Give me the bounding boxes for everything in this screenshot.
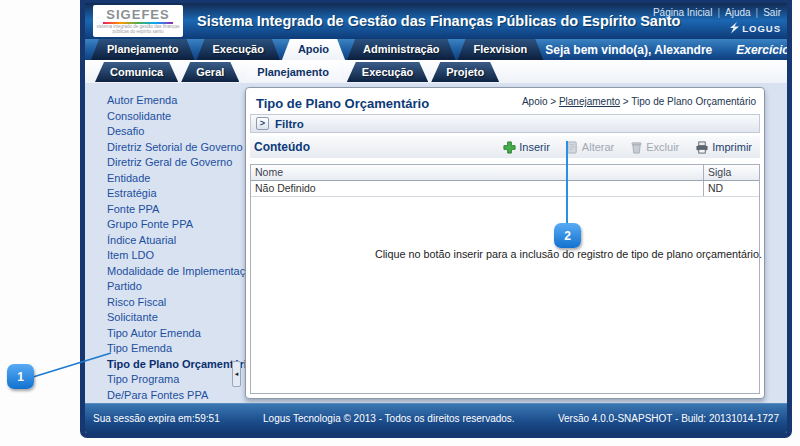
top-links: Página Inicial | Ajuda | Sair — [653, 7, 781, 18]
sidebar-item-partido[interactable]: Partido — [85, 279, 243, 295]
main-nav: Planejamento Execução Apoio Administraçã… — [85, 39, 787, 60]
sidebar-item-estrategia[interactable]: Estratégia — [85, 186, 243, 202]
subtab-geral[interactable]: Geral — [181, 62, 239, 82]
status-bar: Sua sessão expira em:59:51 Logus Tecnolo… — [85, 403, 787, 433]
plus-icon — [503, 141, 516, 154]
table-row[interactable]: Não Definido ND — [251, 181, 759, 197]
sidebar-collapse-handle[interactable]: ◂ — [232, 361, 241, 387]
sub-nav: Comunica Geral Planejamento Execução Pro… — [85, 60, 787, 83]
callout-bubble-1: 1 — [7, 364, 34, 389]
instruction-hint: Clique no botão inserir para a inclusão … — [375, 248, 762, 260]
sigefes-logo: SIGEFES sistema integrado de gestão das … — [93, 5, 183, 37]
breadcrumb-apoio: Apoio — [522, 96, 548, 107]
sidebar-item-indice-atuarial[interactable]: Índice Atuarial — [85, 233, 243, 249]
link-exit[interactable]: Sair — [763, 7, 781, 18]
sigefes-logo-text: SIGEFES — [106, 8, 169, 21]
content-toolbar: Conteúdo Inserir — [250, 136, 760, 158]
insert-button[interactable]: Inserir — [503, 141, 550, 154]
sidebar-item-de-para-fontes-ppa[interactable]: De/Para Fontes PPA — [85, 388, 243, 404]
delete-button[interactable]: Excluir — [630, 141, 679, 154]
page: SIGEFES sistema integrado de gestão das … — [0, 0, 800, 446]
version-info: Versão 4.0.0-SNAPSHOT - Build: 20131014-… — [558, 413, 779, 424]
sidebar-item-entidade[interactable]: Entidade — [85, 171, 243, 187]
callout-bubble-2: 2 — [554, 223, 581, 248]
insert-button-label: Inserir — [519, 141, 550, 153]
print-button-label: Imprimir — [712, 141, 752, 153]
tab-execucao[interactable]: Execução — [197, 39, 280, 60]
subtab-projeto[interactable]: Projeto — [431, 62, 499, 82]
link-separator: | — [756, 7, 759, 18]
exercise-badge: Exercício 2013 — [736, 43, 792, 57]
edit-button[interactable]: Alterar — [566, 141, 614, 154]
edit-button-label: Alterar — [582, 141, 614, 153]
column-header-sigla: Sigla — [703, 165, 759, 180]
link-separator: | — [717, 7, 720, 18]
main-area: Autor Emenda Consolidante Desafio Diretr… — [85, 83, 787, 403]
data-grid: Nome Sigla Não Definido ND — [250, 164, 760, 394]
app-window: SIGEFES sistema integrado de gestão das … — [80, 0, 792, 438]
filter-label: Filtro — [275, 118, 304, 130]
sidebar-item-autor-emenda[interactable]: Autor Emenda — [85, 93, 243, 109]
sidebar-item-fonte-ppa[interactable]: Fonte PPA — [85, 202, 243, 218]
session-expiry: Sua sessão expira em:59:51 — [93, 413, 220, 424]
nav-right: Seja bem vindo(a), Alexandre Exercício 2… — [545, 39, 792, 60]
sidebar-item-tipo-programa[interactable]: Tipo Programa — [85, 372, 243, 388]
sigefes-logo-tagline: sistema integrado de gestão das finanças… — [93, 25, 183, 34]
logus-bolt-icon — [727, 22, 740, 34]
page-title: Tipo de Plano Orçamentário — [256, 96, 429, 111]
content-section-label: Conteúdo — [254, 140, 310, 154]
sidebar-item-item-ldo[interactable]: Item LDO — [85, 248, 243, 264]
grid-header-row: Nome Sigla — [251, 165, 759, 181]
tab-administracao[interactable]: Administração — [347, 39, 455, 60]
header: SIGEFES sistema integrado de gestão das … — [85, 3, 787, 39]
subtab-execucao[interactable]: Execução — [347, 62, 428, 82]
link-help[interactable]: Ajuda — [725, 7, 751, 18]
sidebar-item-diretriz-setorial[interactable]: Diretriz Setorial de Governo — [85, 140, 243, 156]
breadcrumb-separator: > — [550, 96, 556, 107]
sidebar-item-solicitante[interactable]: Solicitante — [85, 310, 243, 326]
printer-icon — [695, 141, 709, 154]
sidebar-item-modalidade-implementacao[interactable]: Modalidade de Implementação — [85, 264, 243, 280]
subtab-comunica[interactable]: Comunica — [95, 62, 178, 82]
sidebar-item-tipo-plano-orcamentario[interactable]: Tipo de Plano Orçamentário — [85, 357, 243, 373]
sidebar-menu: Autor Emenda Consolidante Desafio Diretr… — [85, 83, 243, 403]
breadcrumb-current: Tipo de Plano Orçamentário — [631, 96, 756, 107]
sidebar-item-tipo-autor-emenda[interactable]: Tipo Autor Emenda — [85, 326, 243, 342]
tab-apoio[interactable]: Apoio — [282, 39, 345, 60]
filter-bar[interactable]: > Filtro — [250, 114, 760, 133]
cell-nome: Não Definido — [251, 181, 703, 196]
logus-logo-text: LOGUS — [742, 23, 781, 34]
column-header-nome: Nome — [251, 165, 703, 180]
logus-logo: LOGUS — [727, 22, 781, 34]
delete-button-label: Excluir — [646, 141, 679, 153]
copyright: Logus Tecnologia © 2013 - Todos os direi… — [220, 413, 558, 424]
sidebar-item-diretriz-geral[interactable]: Diretriz Geral de Governo — [85, 155, 243, 171]
edit-page-icon — [566, 141, 579, 154]
tab-flexvision[interactable]: Flexvision — [458, 39, 544, 60]
sidebar-item-consolidante[interactable]: Consolidante — [85, 109, 243, 125]
filter-expander-icon[interactable]: > — [256, 117, 269, 130]
welcome-text: Seja bem vindo(a), Alexandre — [545, 43, 712, 57]
sidebar-item-grupo-fonte-ppa[interactable]: Grupo Fonte PPA — [85, 217, 243, 233]
breadcrumb-separator: > — [623, 96, 629, 107]
breadcrumb-planejamento[interactable]: Planejamento — [559, 96, 620, 107]
content-panel: Tipo de Plano Orçamentário Apoio > Plane… — [245, 87, 765, 399]
subtab-planejamento[interactable]: Planejamento — [242, 62, 344, 82]
app-title: Sistema Integrado de Gestão das Finanças… — [197, 3, 680, 39]
sidebar-item-tipo-emenda[interactable]: Tipo Emenda — [85, 341, 243, 357]
print-button[interactable]: Imprimir — [695, 141, 752, 154]
panel-header: Tipo de Plano Orçamentário Apoio > Plane… — [246, 88, 764, 113]
cell-sigla: ND — [703, 181, 759, 196]
link-home[interactable]: Página Inicial — [653, 7, 712, 18]
breadcrumb: Apoio > Planejamento > Tipo de Plano Orç… — [522, 96, 756, 107]
tab-planejamento[interactable]: Planejamento — [91, 39, 195, 60]
sidebar-item-risco-fiscal[interactable]: Risco Fiscal — [85, 295, 243, 311]
sidebar-item-desafio[interactable]: Desafio — [85, 124, 243, 140]
trash-icon — [630, 141, 643, 154]
toolbar-buttons: Inserir Alterar — [503, 141, 752, 154]
